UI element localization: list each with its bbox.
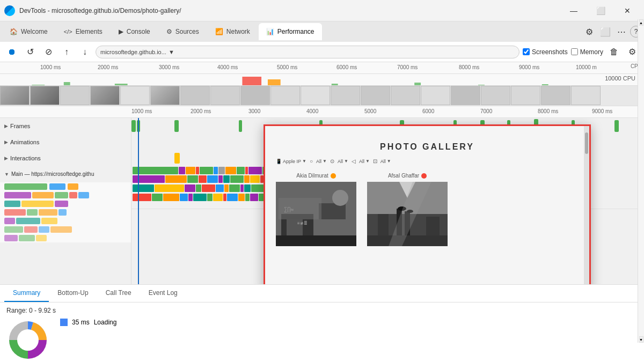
filter-dropdown-1: ▼	[302, 159, 306, 164]
timeline-tracks[interactable]: PHOTO GALLERY 📱 Apple IP ▼ ○ All ▼	[131, 118, 638, 284]
frames-lane-label[interactable]: ▶ Frames	[0, 118, 131, 134]
overlay-scrollbar[interactable]	[584, 126, 589, 284]
tick-9000: 9000 ms	[519, 64, 539, 70]
screenshots-checkbox[interactable]	[523, 48, 530, 55]
animations-lane-label[interactable]: ▶ Animations	[0, 134, 131, 150]
interactions-lane-label[interactable]: ▶ Interactions	[0, 150, 131, 166]
main-tick-1000: 1000 ms	[131, 108, 152, 114]
upload-button[interactable]: ↑	[59, 45, 74, 60]
tab-console[interactable]: ▶ Console	[111, 23, 158, 40]
interactions-label: Interactions	[10, 155, 41, 161]
filter-sep-1: ○	[310, 158, 313, 164]
tab-welcome[interactable]: 🏠 Welcome	[2, 23, 55, 40]
tab-performance[interactable]: 📊 Performance	[259, 23, 322, 40]
reload-record-button[interactable]: ↺	[23, 45, 38, 60]
photographer-1-label: Akia Dilmurat	[296, 173, 328, 179]
filter-text-2: All	[316, 159, 321, 164]
gallery-card-1: Akia Dilmurat	[276, 173, 356, 246]
filter-sep-4: ⊡	[373, 158, 377, 164]
frames-label: Frames	[10, 123, 30, 129]
tab-bar: 🏠 Welcome </> Elements ▶ Console ⚙ Sourc…	[0, 21, 644, 42]
screenshots-checkbox-label[interactable]: Screenshots	[523, 48, 568, 56]
performance-toolbar: ⏺ ↺ ⊘ ↑ ↓ microsoftedge.github.io... ▼ S…	[0, 42, 644, 62]
tab-call-tree[interactable]: Call Tree	[97, 285, 140, 302]
sources-icon: ⚙	[166, 28, 172, 35]
loading-ms: 35 ms	[72, 319, 90, 326]
gallery-card-2: Afsal Ghaffar	[367, 173, 448, 246]
tab-call-tree-label: Call Tree	[106, 289, 131, 297]
overview-ruler: 1000 ms 2000 ms 3000 ms 4000 ms 5000 ms …	[0, 62, 644, 74]
tick-7000: 7000 ms	[397, 64, 418, 70]
dock-button[interactable]: ⬜	[598, 24, 613, 39]
filter-sep-2: ⊙	[330, 158, 334, 164]
minimize-button[interactable]: —	[561, 2, 586, 19]
svg-point-31	[17, 329, 39, 351]
tab-console-label: Console	[127, 28, 150, 35]
main-tick-8000: 8000 ms	[538, 108, 558, 114]
bottom-scroll-down[interactable]: ▼	[639, 336, 643, 343]
main-tick-9000: 9000 ms	[592, 108, 612, 114]
title-bar: DevTools - microsoftedge.github.io/Demos…	[0, 0, 644, 21]
trash-button[interactable]: 🗑	[606, 45, 621, 60]
screenshot-overlay: PHOTO GALLERY 📱 Apple IP ▼ ○ All ▼	[264, 124, 591, 284]
tick-2000: 2000 ms	[98, 64, 118, 70]
memory-checkbox-label[interactable]: Memory	[571, 48, 603, 56]
window-controls: — ⬜ ✕	[561, 2, 640, 19]
tab-summary[interactable]: Summary	[4, 285, 49, 302]
tick-3000: 3000 ms	[159, 64, 179, 70]
memory-checkbox[interactable]	[571, 48, 578, 55]
main-tick-2000: 2000 ms	[191, 108, 211, 114]
settings-tab-button[interactable]: ⚙	[582, 24, 597, 39]
filter-dropdown-3: ▼	[344, 159, 348, 164]
tab-sources[interactable]: ⚙ Sources	[159, 23, 207, 40]
main-ruler: 1000 ms 2000 ms 3000 4000 5000 6000 7000…	[0, 106, 644, 118]
restore-button[interactable]: ⬜	[588, 2, 613, 19]
dropdown-icon: ▼	[169, 49, 174, 55]
tab-event-log-label: Event Log	[149, 289, 178, 297]
svg-text:≡≢≣: ≡≢≣	[297, 221, 308, 226]
gallery-photo-1: ∑∏≈ ≡≢≣	[276, 182, 356, 246]
more-tabs-button[interactable]: ⋯	[614, 24, 629, 39]
clear-button[interactable]: ⊘	[41, 45, 56, 60]
elements-icon: </>	[64, 28, 72, 35]
svg-rect-24	[367, 235, 448, 246]
main-lane-label[interactable]: ▼ Main — https://microsoftedge.githu	[0, 166, 131, 182]
overlay-gallery-title: PHOTO GALLERY	[276, 142, 579, 152]
cpu-counter-area: 10000 CPU	[605, 74, 635, 83]
overview-area[interactable]: 10000 CPU	[0, 74, 644, 106]
photographer-2-dot	[421, 173, 427, 179]
bottom-scroll-up[interactable]: ▲	[639, 19, 643, 26]
record-button[interactable]: ⏺	[4, 45, 19, 60]
performance-icon: 📊	[266, 28, 274, 35]
tick-10000: 10000 m	[576, 64, 597, 70]
overlay-scrollbar-thumb[interactable]	[585, 132, 588, 154]
tab-elements[interactable]: </> Elements	[56, 23, 110, 40]
tab-bottom-up[interactable]: Bottom-Up	[49, 285, 97, 302]
home-icon: 🏠	[10, 28, 18, 35]
loading-color	[60, 319, 68, 326]
network-icon: 📶	[215, 28, 223, 35]
filter-dropdown-5: ▼	[387, 159, 391, 164]
svg-rect-27	[378, 214, 389, 235]
tick-8000: 8000 ms	[459, 64, 479, 70]
tab-network[interactable]: 📶 Network	[208, 23, 258, 40]
close-button[interactable]: ✕	[615, 2, 640, 19]
frames-arrow: ▶	[4, 123, 8, 129]
tab-network-label: Network	[226, 28, 250, 35]
svg-point-14	[332, 190, 348, 206]
download-button[interactable]: ↓	[77, 45, 92, 60]
main-tick-7000: 7000	[480, 108, 492, 114]
tab-bottom-up-label: Bottom-Up	[57, 289, 88, 297]
filter-sep-3: ◁	[352, 158, 356, 164]
memory-label: Memory	[580, 48, 603, 56]
address-bar: microsoftedge.github.io... ▼	[96, 46, 519, 58]
photographer-1-name: Akia Dilmurat	[296, 173, 335, 179]
tick-1000: 1000 ms	[40, 64, 61, 70]
tab-sources-label: Sources	[175, 28, 199, 35]
filter-text-1: Apple IP	[283, 159, 301, 164]
main-tick-5000: 5000	[364, 108, 376, 114]
legend-items: 35 ms Loading	[60, 319, 116, 326]
tab-event-log[interactable]: Event Log	[140, 285, 186, 302]
window-title: DevTools - microsoftedge.github.io/Demos…	[19, 7, 557, 14]
gallery-filters: 📱 Apple IP ▼ ○ All ▼ ⊙ All	[276, 158, 579, 164]
